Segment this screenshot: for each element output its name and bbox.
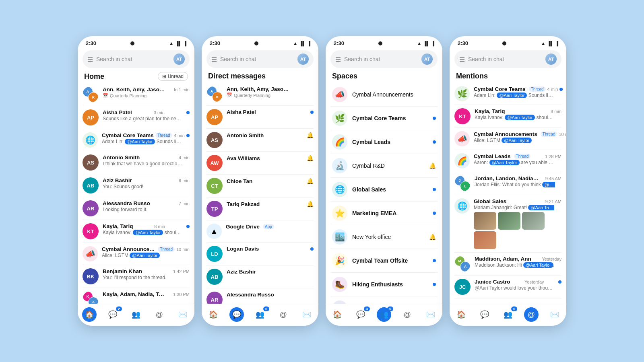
mention-tag: @Aari Taylor	[497, 93, 527, 98]
page-title: Home	[84, 72, 104, 81]
chat-name: Kayla, Tariq	[475, 108, 505, 114]
menu-icon[interactable]: ☰	[211, 56, 217, 63]
list-item[interactable]: MAMaddison, Adam, AnnYesterdayMaddison J…	[450, 253, 566, 275]
list-item[interactable]: APAisha Patel3 minSounds like a great pl…	[78, 106, 194, 129]
list-item[interactable]: TPTariq Pakzad🔔	[202, 197, 318, 220]
nav-item-3[interactable]: @	[148, 307, 171, 322]
list-item[interactable]: 📣Cymbal AnnouncementsThread10 minAlice: …	[450, 128, 566, 150]
list-item[interactable]: 🌐Global Sales	[326, 178, 442, 201]
camera-icon	[254, 41, 258, 45]
chat-content: Ann, Keith, Amy, Jason...📅Quarterly Plan…	[227, 86, 314, 98]
search-input[interactable]: Search in chat	[96, 56, 170, 62]
camera-icon	[502, 41, 506, 45]
list-item[interactable]: 🔬Cymbal R&D🔔	[326, 154, 442, 177]
user-avatar[interactable]: AT	[421, 53, 433, 65]
list-item[interactable]: ▲Google DriveApp	[202, 220, 318, 242]
nav-item-2[interactable]: 👥	[124, 307, 148, 322]
list-item[interactable]: 📣Cymbal AnnouncementsThread10 minAlice: …	[78, 243, 194, 265]
list-item[interactable]: 🌐Cymbal Core TeamsThread4 minAdam Lin: @…	[78, 129, 194, 151]
list-item[interactable]: KTKayla, Tariq8 minKayla Ivanov: @Aari T…	[450, 105, 566, 128]
list-item[interactable]: 🌐Global Sales9:21 AMMariam Jahangiri: Gr…	[450, 195, 566, 252]
mention-tag: @Aari Taylor	[130, 253, 160, 258]
list-item[interactable]: APAisha Patel	[202, 106, 318, 128]
search-input[interactable]: Search in chat	[220, 56, 294, 62]
nav-item-0[interactable]: 🏠	[202, 307, 225, 322]
chat-time: Yesterday	[542, 257, 561, 261]
space-icon: 🌐	[454, 198, 470, 214]
search-bar[interactable]: ☰Search in chatAT	[454, 50, 561, 68]
chat-name: Maddison, Adam, Ann	[475, 256, 531, 262]
list-item[interactable]: ASAntonio Smith🔔	[202, 129, 318, 151]
user-avatar[interactable]: AT	[297, 53, 309, 65]
nav-item-2[interactable]: 5👥	[496, 307, 520, 322]
list-item[interactable]: 🌿Cymbal Core Teams	[326, 107, 442, 130]
user-avatar[interactable]: AT	[545, 53, 557, 65]
list-item[interactable]: 👁️Market & Trends Watch	[326, 296, 442, 304]
nav-item-0[interactable]: 🏠	[78, 307, 101, 322]
chat-list: AKAnn, Keith, Amy, Jason...In 1 min📅Quar…	[78, 83, 194, 304]
search-bar[interactable]: ☰Search in chatAT	[330, 50, 438, 68]
avatar: JC	[454, 279, 471, 295]
list-item[interactable]: ARAlessandra Russo	[202, 288, 318, 304]
nav-item-4[interactable]: ✉️	[419, 307, 442, 322]
search-input[interactable]: Search in chat	[344, 56, 418, 62]
list-item[interactable]: ARAlessandra Russo7 minLooking forward t…	[78, 197, 194, 220]
list-item[interactable]: LDLogan Davis	[202, 243, 318, 265]
nav-item-1[interactable]: 💬	[225, 307, 248, 322]
status-bar: 2:30 ▲ ▐▌ ▐	[326, 36, 442, 48]
search-bar[interactable]: ☰Search in chatAT	[206, 50, 314, 68]
list-item[interactable]: 🌈Cymbal Leads	[326, 130, 442, 154]
space-icon: 🔬	[332, 158, 347, 173]
list-item[interactable]: ⭐Marketing EMEA	[326, 202, 442, 225]
search-input[interactable]: Search in chat	[468, 56, 542, 62]
nav-item-3[interactable]: @	[396, 307, 419, 322]
list-item[interactable]: KAKayla, Adam, Nadia, Tariq1:30 PM	[78, 288, 194, 304]
list-item[interactable]: 🥾Hiking Enthusiasts	[326, 273, 442, 296]
list-item[interactable]: AKAnn, Keith, Amy, Jason...📅Quarterly Pl…	[202, 83, 318, 105]
chat-header: Cymbal Core TeamsThread4 min	[474, 86, 561, 92]
list-item[interactable]: AWAva Williams🔔	[202, 152, 318, 174]
list-item[interactable]: JLJordan, Landon, Nadia, Asante9:45 AMJo…	[450, 172, 566, 195]
list-item[interactable]: KTKayla, Tariq8 minKayla Ivanov: @Aari T…	[78, 220, 194, 243]
list-item[interactable]: BKBenjamin Khan1:42 PMYou: I'll respond …	[78, 265, 194, 288]
menu-icon[interactable]: ☰	[335, 56, 341, 63]
menu-icon[interactable]: ☰	[87, 56, 93, 63]
nav-item-2[interactable]: 5👥	[248, 307, 272, 322]
list-item[interactable]: 📣Cymbal Announcements	[326, 83, 442, 106]
nav-item-0[interactable]: 🏠	[450, 307, 473, 322]
nav-item-1[interactable]: 💬	[473, 307, 496, 322]
list-item[interactable]: 🌈Cymbal LeadsThread1:28 PMAaron: @Aari T…	[450, 150, 566, 172]
search-bar[interactable]: ☰Search in chatAT	[83, 50, 190, 68]
nav-item-4[interactable]: ✉️	[543, 307, 566, 322]
nav-item-1[interactable]: 2💬	[101, 307, 124, 322]
nav-item-4[interactable]: ✉️	[295, 307, 318, 322]
chat-content: Cymbal LeadsThread1:28 PMAaron: @Aari Ta…	[474, 153, 561, 165]
nav-item-3[interactable]: @	[520, 307, 543, 322]
nav-item-4[interactable]: ✉️	[171, 307, 194, 322]
chat-header: Google DriveApp	[226, 224, 314, 230]
list-item[interactable]: ABAziz Bashir6 minYou: Sounds good!	[78, 174, 194, 197]
list-item[interactable]: ASAntonio Smith4 minI think that we have…	[78, 151, 194, 174]
list-item[interactable]: CTChloe Tan🔔	[202, 175, 318, 197]
nav-item-0[interactable]: 🏠	[326, 307, 349, 322]
nav-item-1[interactable]: 3💬	[349, 307, 372, 322]
menu-icon[interactable]: ☰	[459, 56, 465, 63]
list-item[interactable]: ABAziz Bashir	[202, 265, 318, 288]
unread-filter-button[interactable]: ⊞Unread	[158, 72, 188, 81]
chat-header: Aisha Patel3 min	[103, 109, 190, 115]
list-item[interactable]: AKAnn, Keith, Amy, Jason...In 1 min📅Quar…	[78, 83, 194, 106]
nav-item-2[interactable]: 5👥	[372, 307, 396, 322]
mention-tag: @Aari Taylor	[505, 115, 535, 120]
bottom-nav: 🏠2💬👥@✉️	[78, 304, 194, 326]
user-avatar[interactable]: AT	[173, 53, 185, 65]
list-item[interactable]: 🎉Cymbal Team Offsite	[326, 249, 442, 272]
status-icons: ▲ ▐▌ ▐	[417, 41, 434, 46]
chat-header: Logan Davis	[227, 246, 314, 252]
list-item[interactable]: JCJanice CastroYesterday@Aari Taylor wou…	[450, 276, 566, 298]
list-item[interactable]: 🏙️New York office🔔	[326, 225, 442, 249]
chat-content: Cymbal Core TeamsThread4 minAdam Lin: @A…	[102, 132, 190, 144]
calendar-row: 📅Quarterly Planning	[227, 93, 314, 98]
list-item[interactable]: 🌿Cymbal Core TeamsThread4 minAdam Lin: @…	[450, 83, 566, 105]
chat-content: Tariq Pakzad🔔	[227, 201, 314, 208]
nav-item-3[interactable]: @	[272, 307, 295, 322]
